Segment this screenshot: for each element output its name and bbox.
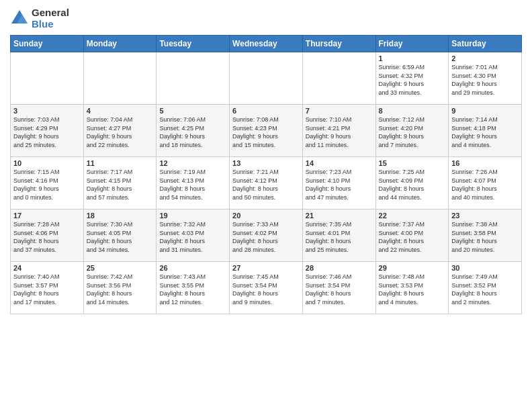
day-info: Sunrise: 7:46 AM Sunset: 3:54 PM Dayligh… — [306, 273, 373, 306]
calendar-cell — [11, 52, 84, 105]
day-number: 22 — [379, 212, 446, 220]
day-number: 18 — [87, 212, 154, 220]
logo-text: General Blue — [32, 7, 69, 30]
day-info: Sunrise: 7:03 AM Sunset: 4:29 PM Dayligh… — [13, 116, 81, 149]
calendar-cell — [157, 52, 230, 105]
calendar-table: SundayMondayTuesdayWednesdayThursdayFrid… — [10, 35, 522, 314]
calendar-cell: 3Sunrise: 7:03 AM Sunset: 4:29 PM Daylig… — [11, 105, 84, 157]
day-info: Sunrise: 7:10 AM Sunset: 4:21 PM Dayligh… — [306, 116, 373, 149]
day-number: 6 — [232, 107, 300, 115]
calendar-cell — [83, 52, 157, 105]
calendar-cell: 11Sunrise: 7:17 AM Sunset: 4:15 PM Dayli… — [83, 157, 157, 210]
col-header-tuesday: Tuesday — [157, 36, 230, 52]
day-number: 16 — [451, 159, 519, 167]
calendar-cell: 26Sunrise: 7:43 AM Sunset: 3:55 PM Dayli… — [157, 262, 230, 314]
day-info: Sunrise: 7:40 AM Sunset: 3:57 PM Dayligh… — [13, 273, 81, 306]
day-number: 7 — [306, 107, 373, 115]
day-info: Sunrise: 7:38 AM Sunset: 3:58 PM Dayligh… — [451, 220, 519, 254]
day-number: 14 — [306, 159, 373, 167]
calendar-week-row: 24Sunrise: 7:40 AM Sunset: 3:57 PM Dayli… — [11, 262, 522, 314]
day-number: 12 — [159, 159, 226, 167]
calendar-cell: 8Sunrise: 7:12 AM Sunset: 4:20 PM Daylig… — [375, 105, 449, 157]
day-number: 3 — [13, 107, 81, 115]
calendar-cell: 4Sunrise: 7:04 AM Sunset: 4:27 PM Daylig… — [83, 105, 157, 157]
calendar-cell: 23Sunrise: 7:38 AM Sunset: 3:58 PM Dayli… — [449, 210, 522, 262]
day-info: Sunrise: 7:19 AM Sunset: 4:13 PM Dayligh… — [159, 168, 226, 201]
day-number: 8 — [379, 107, 446, 115]
calendar-week-row: 10Sunrise: 7:15 AM Sunset: 4:16 PM Dayli… — [11, 157, 522, 210]
day-info: Sunrise: 7:48 AM Sunset: 3:53 PM Dayligh… — [379, 273, 446, 306]
col-header-thursday: Thursday — [302, 36, 375, 52]
calendar-cell: 20Sunrise: 7:33 AM Sunset: 4:02 PM Dayli… — [230, 210, 303, 262]
day-number: 20 — [232, 212, 300, 220]
calendar-cell: 18Sunrise: 7:30 AM Sunset: 4:05 PM Dayli… — [83, 210, 157, 262]
calendar-cell: 1Sunrise: 6:59 AM Sunset: 4:32 PM Daylig… — [375, 52, 449, 105]
calendar-cell: 15Sunrise: 7:25 AM Sunset: 4:09 PM Dayli… — [375, 157, 449, 210]
day-info: Sunrise: 7:30 AM Sunset: 4:05 PM Dayligh… — [87, 220, 154, 254]
day-number: 23 — [451, 212, 519, 220]
day-info: Sunrise: 7:42 AM Sunset: 3:56 PM Dayligh… — [87, 273, 154, 306]
col-header-monday: Monday — [83, 36, 157, 52]
day-number: 29 — [379, 264, 446, 272]
calendar-cell — [302, 52, 375, 105]
day-info: Sunrise: 7:35 AM Sunset: 4:01 PM Dayligh… — [306, 220, 373, 254]
day-info: Sunrise: 7:37 AM Sunset: 4:00 PM Dayligh… — [379, 220, 446, 254]
page-container: General Blue SundayMondayTuesdayWednesda… — [0, 0, 532, 321]
day-number: 25 — [87, 264, 154, 272]
calendar-header-row: SundayMondayTuesdayWednesdayThursdayFrid… — [11, 36, 522, 52]
day-number: 17 — [13, 212, 81, 220]
calendar-cell: 22Sunrise: 7:37 AM Sunset: 4:00 PM Dayli… — [375, 210, 449, 262]
day-info: Sunrise: 7:12 AM Sunset: 4:20 PM Dayligh… — [379, 116, 446, 149]
day-info: Sunrise: 7:23 AM Sunset: 4:10 PM Dayligh… — [306, 168, 373, 201]
day-number: 27 — [232, 264, 300, 272]
calendar-cell: 24Sunrise: 7:40 AM Sunset: 3:57 PM Dayli… — [11, 262, 84, 314]
day-info: Sunrise: 7:14 AM Sunset: 4:18 PM Dayligh… — [451, 116, 519, 149]
day-number: 5 — [159, 107, 226, 115]
day-info: Sunrise: 7:33 AM Sunset: 4:02 PM Dayligh… — [232, 220, 300, 254]
calendar-cell — [230, 52, 303, 105]
col-header-wednesday: Wednesday — [230, 36, 303, 52]
calendar-cell: 14Sunrise: 7:23 AM Sunset: 4:10 PM Dayli… — [302, 157, 375, 210]
calendar-cell: 13Sunrise: 7:21 AM Sunset: 4:12 PM Dayli… — [230, 157, 303, 210]
calendar-cell: 10Sunrise: 7:15 AM Sunset: 4:16 PM Dayli… — [11, 157, 84, 210]
day-info: Sunrise: 7:26 AM Sunset: 4:07 PM Dayligh… — [451, 168, 519, 201]
calendar-cell: 12Sunrise: 7:19 AM Sunset: 4:13 PM Dayli… — [157, 157, 230, 210]
day-info: Sunrise: 7:21 AM Sunset: 4:12 PM Dayligh… — [232, 168, 300, 201]
day-info: Sunrise: 7:49 AM Sunset: 3:52 PM Dayligh… — [451, 273, 519, 306]
day-number: 21 — [306, 212, 373, 220]
calendar-cell: 16Sunrise: 7:26 AM Sunset: 4:07 PM Dayli… — [449, 157, 522, 210]
day-number: 26 — [159, 264, 226, 272]
day-info: Sunrise: 7:17 AM Sunset: 4:15 PM Dayligh… — [87, 168, 154, 201]
day-number: 30 — [451, 264, 519, 272]
day-number: 24 — [13, 264, 81, 272]
calendar-cell: 27Sunrise: 7:45 AM Sunset: 3:54 PM Dayli… — [230, 262, 303, 314]
col-header-friday: Friday — [375, 36, 449, 52]
day-info: Sunrise: 7:08 AM Sunset: 4:23 PM Dayligh… — [232, 116, 300, 149]
day-number: 19 — [159, 212, 226, 220]
day-number: 1 — [379, 54, 446, 62]
header: General Blue — [10, 7, 522, 30]
col-header-saturday: Saturday — [449, 36, 522, 52]
day-info: Sunrise: 7:43 AM Sunset: 3:55 PM Dayligh… — [159, 273, 226, 306]
calendar-cell: 19Sunrise: 7:32 AM Sunset: 4:03 PM Dayli… — [157, 210, 230, 262]
day-number: 4 — [87, 107, 154, 115]
calendar-cell: 30Sunrise: 7:49 AM Sunset: 3:52 PM Dayli… — [449, 262, 522, 314]
day-number: 13 — [232, 159, 300, 167]
logo: General Blue — [10, 7, 69, 30]
calendar-cell: 28Sunrise: 7:46 AM Sunset: 3:54 PM Dayli… — [302, 262, 375, 314]
day-number: 11 — [87, 159, 154, 167]
day-info: Sunrise: 7:45 AM Sunset: 3:54 PM Dayligh… — [232, 273, 300, 306]
calendar-cell: 29Sunrise: 7:48 AM Sunset: 3:53 PM Dayli… — [375, 262, 449, 314]
day-info: Sunrise: 7:25 AM Sunset: 4:09 PM Dayligh… — [379, 168, 446, 201]
calendar-cell: 25Sunrise: 7:42 AM Sunset: 3:56 PM Dayli… — [83, 262, 157, 314]
day-info: Sunrise: 7:32 AM Sunset: 4:03 PM Dayligh… — [159, 220, 226, 254]
calendar-week-row: 3Sunrise: 7:03 AM Sunset: 4:29 PM Daylig… — [11, 105, 522, 157]
day-info: Sunrise: 7:01 AM Sunset: 4:30 PM Dayligh… — [451, 63, 519, 97]
calendar-week-row: 17Sunrise: 7:28 AM Sunset: 4:06 PM Dayli… — [11, 210, 522, 262]
calendar-cell: 5Sunrise: 7:06 AM Sunset: 4:25 PM Daylig… — [157, 105, 230, 157]
calendar-cell: 7Sunrise: 7:10 AM Sunset: 4:21 PM Daylig… — [302, 105, 375, 157]
calendar-cell: 6Sunrise: 7:08 AM Sunset: 4:23 PM Daylig… — [230, 105, 303, 157]
day-number: 15 — [379, 159, 446, 167]
day-number: 28 — [306, 264, 373, 272]
calendar-cell: 2Sunrise: 7:01 AM Sunset: 4:30 PM Daylig… — [449, 52, 522, 105]
